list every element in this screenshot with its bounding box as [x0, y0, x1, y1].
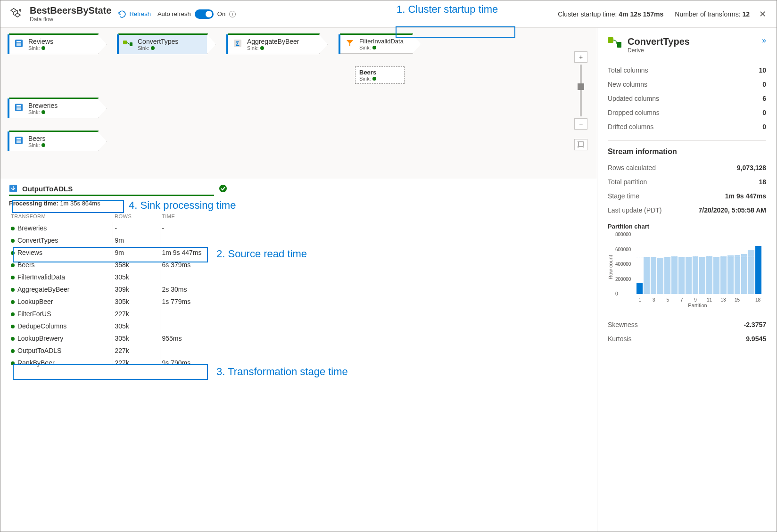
auto-refresh-group: Auto refresh On i — [157, 9, 236, 19]
table-row[interactable]: FilterInvalidData305k — [9, 271, 216, 283]
table-row[interactable]: LookupBeer305k1s 779ms — [9, 295, 216, 308]
expand-button[interactable]: » — [762, 36, 766, 45]
col-time: TIME — [160, 211, 216, 222]
success-icon — [219, 184, 227, 193]
transforms-count: Number of transforms: 12 — [675, 10, 750, 18]
status-dot — [151, 46, 155, 50]
svg-rect-1 — [17, 41, 21, 42]
node-reviews[interactable]: Reviews Sink: — [9, 33, 99, 54]
table-row[interactable]: OutputToADLS227k — [9, 344, 216, 357]
partition-chart-title: Partition chart — [608, 223, 766, 230]
divider — [9, 195, 214, 196]
aggregate-icon: Σ — [232, 38, 243, 49]
close-button[interactable]: ✕ — [756, 9, 769, 19]
table-row[interactable]: FilterForUS227k — [9, 308, 216, 320]
output-panel: OutputToADLS Processing time: 1m 35s 864… — [0, 179, 597, 532]
auto-refresh-toggle[interactable] — [195, 9, 214, 19]
panel-subtitle: Derive — [628, 47, 690, 54]
svg-rect-2 — [17, 43, 21, 46]
node-breweries[interactable]: Breweries Sink: — [9, 98, 99, 118]
divider — [608, 140, 766, 141]
output-title: OutputToADLS — [22, 185, 73, 193]
status-dot — [372, 46, 376, 49]
stream-info-title: Stream information — [608, 147, 766, 156]
refresh-icon — [118, 10, 126, 18]
node-beers-detached[interactable]: Beers Sink: — [355, 66, 405, 84]
svg-point-15 — [219, 185, 227, 192]
title-block: BestBeersByState Data flow — [30, 5, 111, 23]
chart-ylabel: Row count — [608, 232, 613, 303]
refresh-label: Refresh — [129, 10, 151, 17]
node-label: Beers — [28, 135, 46, 142]
svg-text:Σ: Σ — [236, 40, 240, 47]
table-row[interactable]: Reviews9m1m 9s 447ms — [9, 246, 216, 259]
node-label: ConvertTypes — [138, 38, 178, 45]
partition-chart: 02000004000006000008000001357911131518 — [615, 232, 761, 303]
table-row[interactable]: AggregateByBeer309k2s 30ms — [9, 283, 216, 295]
source-icon — [13, 38, 25, 49]
svg-rect-8 — [17, 105, 21, 106]
node-label: AggregateByBeer — [247, 38, 299, 45]
auto-refresh-state: On — [217, 10, 225, 17]
info-icon[interactable]: i — [229, 11, 236, 17]
node-label: Reviews — [28, 38, 53, 45]
zoom-in-button[interactable]: + — [574, 51, 587, 63]
status-dot — [372, 77, 376, 81]
processing-time: Processing time: 1m 35s 864ms — [9, 200, 588, 207]
table-row[interactable]: RankByBeer227k9s 790ms — [9, 357, 216, 369]
panel-title: ConvertTypes — [628, 36, 690, 47]
node-beers[interactable]: Beers Sink: — [9, 131, 99, 151]
node-filterinvaliddata[interactable]: FilterInvalidData Sink: — [340, 33, 413, 54]
zoom-fit-button[interactable] — [574, 139, 587, 150]
details-panel: ConvertTypes Derive » Total columns10 Ne… — [597, 28, 777, 532]
derive-icon — [123, 38, 134, 49]
node-label: Beers — [359, 69, 400, 76]
zoom-slider[interactable] — [580, 65, 582, 116]
col-rows: ROWS — [113, 211, 160, 222]
svg-rect-12 — [17, 140, 21, 143]
table-row[interactable]: Beers358k6s 379ms — [9, 259, 216, 271]
auto-refresh-label: Auto refresh — [157, 10, 191, 17]
svg-rect-4 — [130, 42, 132, 46]
status-dot — [41, 143, 45, 147]
dataflow-icon — [8, 7, 23, 22]
node-label: Breweries — [28, 102, 58, 109]
filter-icon — [344, 38, 355, 49]
page-subtitle: Data flow — [30, 16, 111, 23]
table-row[interactable]: Breweries-- — [9, 222, 216, 234]
zoom-out-button[interactable]: − — [574, 118, 587, 130]
table-row[interactable]: ConvertTypes9m — [9, 234, 216, 246]
status-dot — [260, 46, 264, 50]
sink-icon — [9, 184, 17, 193]
svg-rect-3 — [123, 41, 127, 44]
refresh-button[interactable]: Refresh — [118, 10, 151, 18]
cluster-startup-time: Cluster startup time: 4m 12s 157ms — [558, 10, 663, 18]
table-row[interactable]: LookupBrewery305k955ms — [9, 332, 216, 344]
svg-rect-9 — [17, 107, 21, 110]
svg-rect-13 — [579, 142, 583, 147]
status-dot — [41, 46, 45, 50]
node-aggregatebybeer[interactable]: Σ AggregateByBeer Sink: — [228, 33, 320, 54]
svg-rect-11 — [17, 138, 21, 139]
status-dot — [41, 110, 45, 114]
source-icon — [13, 102, 25, 113]
derive-icon — [608, 36, 622, 49]
zoom-controls: + − — [574, 51, 587, 150]
source-icon — [13, 135, 25, 146]
svg-rect-16 — [608, 37, 613, 43]
transforms-table: TRANSFORM ROWS TIME Breweries--ConvertTy… — [9, 211, 216, 369]
chart-xlabel: Partition — [608, 303, 766, 308]
node-converttypes[interactable]: ConvertTypes Sink: — [118, 33, 208, 54]
col-transform: TRANSFORM — [9, 211, 113, 222]
table-row[interactable]: DedupeColumns305k — [9, 320, 216, 332]
node-label: FilterInvalidData — [359, 38, 404, 45]
header: BestBeersByState Data flow Refresh Auto … — [0, 0, 777, 28]
page-title: BestBeersByState — [30, 5, 111, 16]
dataflow-canvas[interactable]: Reviews Sink: ConvertTypes Sink: Σ Aggre… — [0, 28, 597, 179]
